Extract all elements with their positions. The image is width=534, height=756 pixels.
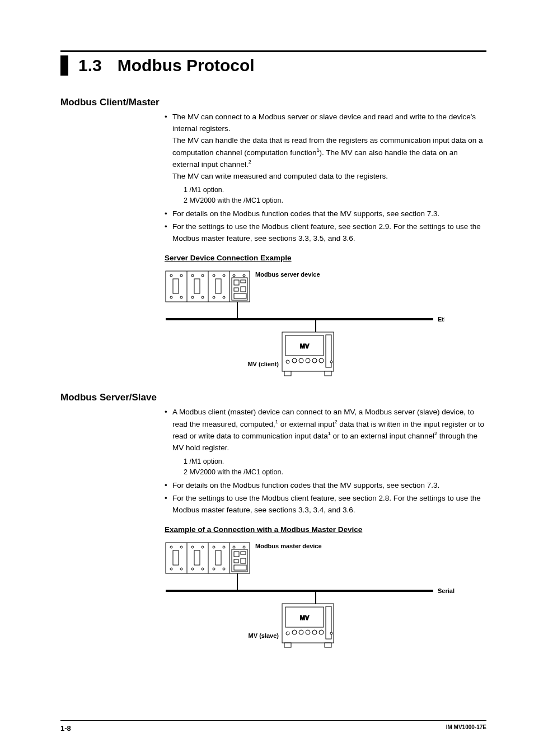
svg-rect-24 xyxy=(234,288,238,291)
label-network-a: Ethernet xyxy=(438,316,444,323)
diagram-a-title: Server Device Connection Example xyxy=(165,253,486,264)
footnote-2: 2 MV2000 with the /MC1 option. xyxy=(184,195,486,206)
svg-rect-66 xyxy=(234,559,238,563)
svg-point-48 xyxy=(191,546,194,548)
label-role-a: MV (client) xyxy=(247,361,279,367)
svg-point-56 xyxy=(191,568,194,570)
svg-point-59 xyxy=(223,568,225,570)
svg-point-54 xyxy=(170,568,172,570)
svg-point-52 xyxy=(233,546,235,548)
footnote-2: 2 MV2000 with the /MC1 option. xyxy=(184,467,486,478)
svg-point-39 xyxy=(330,361,332,363)
svg-point-17 xyxy=(223,296,225,298)
text: or to an external input channel xyxy=(331,432,434,440)
svg-point-57 xyxy=(202,568,204,570)
svg-rect-25 xyxy=(241,287,246,292)
text: The MV can write measured and computed d… xyxy=(172,172,388,180)
svg-point-46 xyxy=(170,546,172,548)
label-device-b: MV xyxy=(300,614,310,621)
text: or external input xyxy=(278,419,335,428)
svg-rect-23 xyxy=(241,280,246,283)
svg-rect-41 xyxy=(325,371,331,376)
label-top-b: Modbus master device xyxy=(255,543,322,549)
svg-rect-19 xyxy=(194,279,200,293)
section-b-body: A Modbus client (master) device can conn… xyxy=(165,407,486,651)
svg-rect-67 xyxy=(241,558,246,563)
svg-point-16 xyxy=(213,296,215,298)
svg-point-75 xyxy=(286,632,289,635)
diagram-a: Modbus server device Ethernet MV xyxy=(165,268,486,380)
label-top-a: Modbus server device xyxy=(255,271,320,278)
svg-point-9 xyxy=(223,274,225,277)
svg-point-7 xyxy=(202,274,204,277)
diagram-b-title: Example of a Connection with a Modbus Ma… xyxy=(165,524,486,536)
svg-rect-83 xyxy=(325,643,331,647)
svg-point-55 xyxy=(180,568,182,570)
footnote-1: 1 /M1 option. xyxy=(184,456,486,467)
section-b-bullet-2: For details on the Modbus function codes… xyxy=(165,480,486,492)
svg-rect-18 xyxy=(173,279,179,293)
superscript-2: 2 xyxy=(249,159,251,165)
svg-rect-64 xyxy=(234,552,239,557)
heading-block xyxy=(60,55,68,76)
svg-point-79 xyxy=(312,630,317,634)
svg-point-33 xyxy=(286,360,289,363)
svg-point-15 xyxy=(202,296,204,298)
svg-point-4 xyxy=(170,274,172,277)
svg-point-36 xyxy=(306,358,310,363)
svg-point-5 xyxy=(180,274,182,277)
svg-point-81 xyxy=(330,632,332,634)
label-role-b: MV (slave) xyxy=(249,632,279,639)
label-device-a: MV xyxy=(300,343,310,349)
subsection-title-client-master: Modbus Client/Master xyxy=(60,97,486,108)
svg-rect-65 xyxy=(241,552,246,554)
svg-point-77 xyxy=(299,630,303,634)
label-network-b: Serial communication xyxy=(438,587,456,594)
section-b-bullet-1: A Modbus client (master) device can conn… xyxy=(165,407,486,478)
svg-rect-40 xyxy=(284,371,291,376)
svg-point-13 xyxy=(180,296,182,298)
svg-point-6 xyxy=(191,274,194,277)
svg-point-8 xyxy=(213,274,215,277)
section-a-bullet-3: For the settings to use the Modbus clien… xyxy=(165,221,486,245)
svg-rect-62 xyxy=(216,550,221,565)
svg-point-14 xyxy=(191,296,194,298)
svg-point-53 xyxy=(243,546,245,548)
svg-point-49 xyxy=(202,546,204,548)
svg-point-12 xyxy=(170,296,172,298)
svg-rect-61 xyxy=(194,550,200,565)
subsection-title-server-slave: Modbus Server/Slave xyxy=(60,392,486,403)
section-a-bullet-1: The MV can connect to a Modbus server or… xyxy=(165,111,486,206)
svg-rect-22 xyxy=(234,280,239,285)
svg-point-78 xyxy=(306,630,310,634)
svg-point-34 xyxy=(292,358,297,363)
section-heading: 1.3 Modbus Protocol xyxy=(60,50,486,76)
section-a-bullet-2: For details on the Modbus function codes… xyxy=(165,208,486,220)
svg-rect-82 xyxy=(284,643,291,647)
svg-point-37 xyxy=(312,358,317,363)
svg-point-58 xyxy=(213,568,215,570)
svg-point-80 xyxy=(319,630,324,634)
svg-rect-26 xyxy=(234,293,246,298)
text: The MV can connect to a Modbus server or… xyxy=(172,113,476,133)
diagram-b: Modbus master device Serial communicatio… xyxy=(165,539,486,651)
section-b-bullet-3: For the settings to use the Modbus clien… xyxy=(165,493,486,516)
svg-point-76 xyxy=(292,630,297,634)
svg-point-47 xyxy=(180,546,182,548)
section-a-body: The MV can connect to a Modbus server or… xyxy=(165,111,486,380)
svg-rect-68 xyxy=(234,565,246,570)
svg-point-11 xyxy=(243,274,245,277)
svg-point-38 xyxy=(319,358,324,363)
page-footer: 1-8 IM MV1000-17E xyxy=(60,720,486,732)
svg-point-50 xyxy=(213,546,215,548)
svg-point-51 xyxy=(223,546,225,548)
page-number: 1-8 xyxy=(60,724,71,732)
section-title: Modbus Protocol xyxy=(118,55,255,76)
svg-point-35 xyxy=(299,358,303,363)
svg-point-10 xyxy=(233,274,235,277)
doc-id: IM MV1000-17E xyxy=(446,724,486,732)
svg-rect-20 xyxy=(216,279,221,293)
footnote-1: 1 /M1 option. xyxy=(184,185,486,195)
svg-rect-60 xyxy=(173,550,179,565)
section-number: 1.3 xyxy=(78,55,102,76)
